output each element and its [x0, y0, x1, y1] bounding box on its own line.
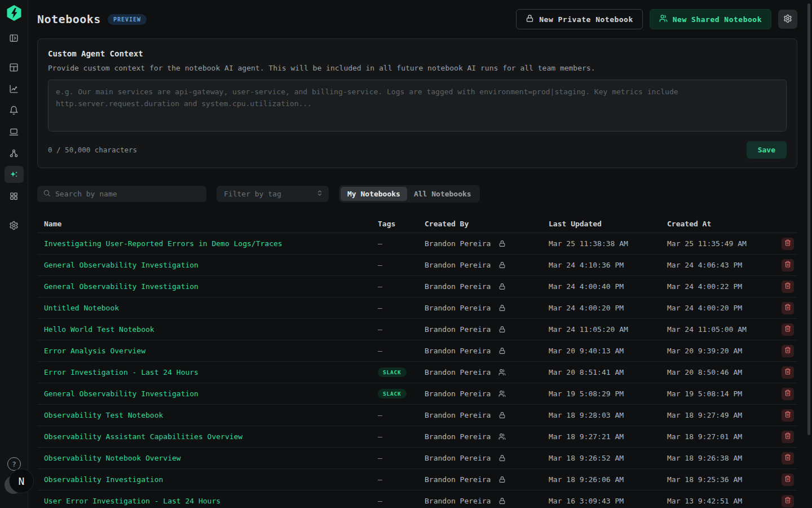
- trash-icon: [784, 475, 791, 484]
- table-header: Name Tags Created By Last Updated Create…: [37, 214, 797, 233]
- apps-grid-icon[interactable]: [5, 187, 24, 204]
- last-updated-value: Mar 20 9:40:13 AM: [542, 347, 660, 355]
- avatar-n[interactable]: N: [9, 468, 34, 493]
- last-updated-value: Mar 20 8:51:41 AM: [542, 368, 660, 376]
- delete-notebook-button[interactable]: [782, 452, 794, 465]
- trash-icon: [784, 325, 791, 334]
- search-box[interactable]: [37, 186, 206, 202]
- users-icon: [659, 14, 668, 24]
- save-button[interactable]: Save: [747, 141, 787, 159]
- notebook-name-link[interactable]: Error Investigation - Last 24 Hours: [44, 368, 198, 376]
- search-input[interactable]: [55, 190, 201, 198]
- delete-notebook-button[interactable]: [782, 281, 794, 293]
- created-by-name: Brandon Pereira: [425, 411, 491, 419]
- delete-notebook-button[interactable]: [782, 474, 794, 486]
- notebook-name-link[interactable]: Untitled Notebook: [44, 304, 119, 312]
- table-icon[interactable]: [5, 59, 24, 76]
- delete-notebook-button[interactable]: [782, 495, 794, 507]
- trash-icon: [784, 368, 791, 376]
- tags-value: —: [378, 497, 382, 505]
- card-description: Provide custom context for the notebook …: [48, 64, 787, 72]
- table-row[interactable]: General Observability Investigation — Br…: [37, 255, 797, 276]
- table-row[interactable]: Investigating User-Reported Errors in De…: [37, 233, 797, 255]
- notebook-name-link[interactable]: General Observability Investigation: [44, 282, 198, 291]
- notebook-name-link[interactable]: Observability Test Notebook: [44, 411, 163, 419]
- tab-all-notebooks[interactable]: All Notebooks: [407, 187, 478, 201]
- delete-notebook-button[interactable]: [782, 238, 794, 250]
- delete-notebook-button[interactable]: [782, 302, 794, 314]
- main-content: Notebooks PREVIEW New Private Notebook N…: [28, 0, 812, 508]
- table-row[interactable]: User Error Investigation - Last 24 Hours…: [37, 491, 797, 508]
- table-row[interactable]: Observability Test Notebook — Brandon Pe…: [37, 405, 797, 426]
- notebook-name-link[interactable]: Observability Assistant Capabilities Ove…: [44, 432, 242, 441]
- trash-icon: [784, 304, 791, 312]
- notebook-name-link[interactable]: General Observability Investigation: [44, 261, 198, 269]
- table-row[interactable]: Hello World Test Notebook — Brandon Pere…: [37, 319, 797, 340]
- chart-icon[interactable]: [5, 80, 24, 97]
- created-at-value: Mar 18 9:25:36 AM: [660, 475, 771, 484]
- last-updated-value: Mar 24 4:00:20 PM: [542, 304, 660, 312]
- trash-icon: [784, 432, 791, 441]
- table-row[interactable]: Observability Investigation — Brandon Pe…: [37, 469, 797, 491]
- panel-toggle-icon[interactable]: [5, 29, 24, 46]
- settings-gear-button[interactable]: [778, 10, 797, 29]
- delete-notebook-button[interactable]: [782, 431, 794, 443]
- lock-icon: [526, 14, 534, 24]
- table-row[interactable]: General Observability Investigation SLAC…: [37, 383, 797, 405]
- card-title: Custom Agent Context: [48, 49, 787, 58]
- sidebar-gear-icon[interactable]: [5, 217, 24, 234]
- agent-context-textarea[interactable]: [48, 80, 787, 132]
- trash-icon: [784, 411, 791, 419]
- delete-notebook-button[interactable]: [782, 366, 794, 379]
- col-created-at: Created At: [660, 220, 771, 228]
- last-updated-value: Mar 16 3:09:43 PM: [542, 497, 660, 505]
- people-icon: [498, 369, 506, 376]
- tags-value: —: [378, 432, 382, 441]
- lock-icon: [498, 411, 506, 419]
- topology-icon[interactable]: [5, 144, 24, 161]
- notebook-name-link[interactable]: General Observability Investigation: [44, 389, 198, 398]
- app-logo-icon[interactable]: [6, 5, 22, 21]
- notebook-name-link[interactable]: Error Analysis Overview: [44, 347, 145, 355]
- trash-icon: [784, 497, 791, 505]
- trash-icon: [784, 239, 791, 248]
- lock-icon: [498, 261, 506, 269]
- lock-icon: [498, 347, 506, 354]
- notebook-name-link[interactable]: Hello World Test Notebook: [44, 325, 155, 334]
- table-row[interactable]: Error Analysis Overview — Brandon Pereir…: [37, 340, 797, 362]
- table-row[interactable]: Observability Assistant Capabilities Ove…: [37, 426, 797, 448]
- table-row[interactable]: Observability Notebook Overview — Brando…: [37, 448, 797, 469]
- notebooks-table: Name Tags Created By Last Updated Create…: [37, 214, 797, 508]
- notebook-name-link[interactable]: Observability Notebook Overview: [44, 454, 181, 462]
- page-header: Notebooks PREVIEW New Private Notebook N…: [37, 0, 797, 38]
- delete-notebook-button[interactable]: [782, 323, 794, 336]
- lock-icon: [498, 304, 506, 312]
- char-count: 0 / 50,000 characters: [48, 146, 137, 154]
- scrollbar[interactable]: [807, 3, 810, 435]
- col-tags: Tags: [371, 220, 418, 228]
- table-row[interactable]: General Observability Investigation — Br…: [37, 276, 797, 297]
- new-private-notebook-button[interactable]: New Private Notebook: [516, 9, 643, 29]
- gear-icon: [783, 14, 792, 25]
- delete-notebook-button[interactable]: [782, 388, 794, 400]
- tags-value: —: [378, 411, 382, 419]
- laptop-icon[interactable]: [5, 123, 24, 140]
- table-row[interactable]: Error Investigation - Last 24 Hours SLAC…: [37, 362, 797, 383]
- delete-notebook-button[interactable]: [782, 345, 794, 357]
- delete-notebook-button[interactable]: [782, 409, 794, 422]
- tags-value: —: [378, 282, 382, 291]
- notebook-name-link[interactable]: Observability Investigation: [44, 475, 163, 484]
- notebook-name-link[interactable]: Investigating User-Reported Errors in De…: [44, 239, 283, 248]
- lock-icon: [498, 476, 506, 483]
- trash-icon: [784, 347, 791, 355]
- created-by-name: Brandon Pereira: [425, 389, 491, 398]
- bell-icon[interactable]: [5, 102, 24, 119]
- tab-my-notebooks[interactable]: My Notebooks: [341, 187, 407, 201]
- notebook-name-link[interactable]: User Error Investigation - Last 24 Hours: [44, 497, 220, 505]
- table-row[interactable]: Untitled Notebook — Brandon Pereira Mar …: [37, 297, 797, 319]
- delete-notebook-button[interactable]: [782, 259, 794, 271]
- new-shared-notebook-button[interactable]: New Shared Notebook: [650, 9, 771, 29]
- tag-filter-select[interactable]: Filter by tag: [217, 186, 329, 202]
- sparkles-icon[interactable]: [5, 166, 24, 183]
- custom-agent-context-card: Custom Agent Context Provide custom cont…: [37, 38, 797, 168]
